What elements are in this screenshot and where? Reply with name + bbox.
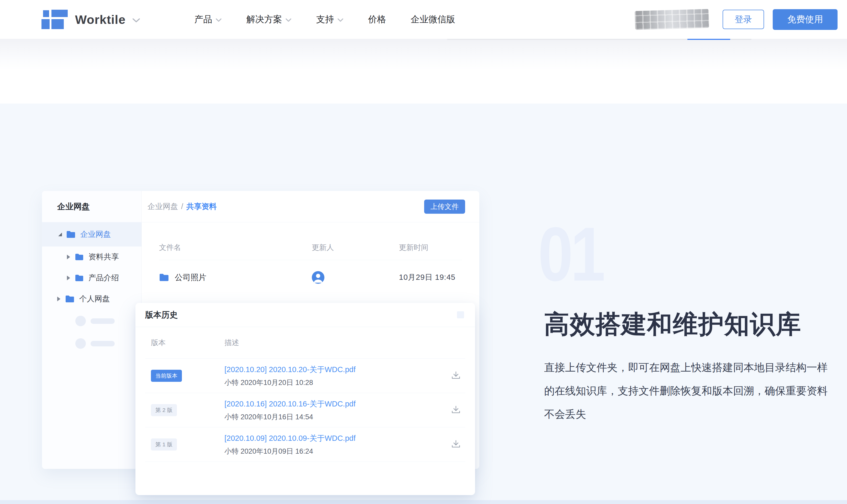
skeleton-row <box>75 338 141 349</box>
nav-item-products[interactable]: 产品 <box>194 13 222 25</box>
feature-title: 高效搭建和维护知识库 <box>544 308 801 342</box>
column-header-updated-time: 更新时间 <box>399 242 462 253</box>
column-header-description: 描述 <box>224 338 239 348</box>
login-button[interactable]: 登录 <box>723 10 764 29</box>
feature-section: 01 高效搭建和维护知识库 直接上传文件夹，即可在网盘上快速搭建同本地目录结构一… <box>0 104 847 504</box>
drive-sidebar-title: 企业网盘 <box>42 191 141 222</box>
worktile-logo[interactable]: Worktile <box>41 10 140 29</box>
caret-expanded-icon <box>58 233 62 236</box>
signup-button[interactable]: 免费使用 <box>773 9 837 30</box>
file-table-header: 文件名 更新人 更新时间 <box>159 235 462 260</box>
logo-text: Worktile <box>75 12 126 27</box>
tree-item-shared-docs[interactable]: 资料共享 <box>42 247 141 268</box>
logo-chevron-down-icon <box>132 18 140 23</box>
version-file-link[interactable]: [2020.10.16] 2020.10.16-关于WDC.pdf <box>224 399 450 409</box>
feature-index-watermark: 01 <box>538 216 603 292</box>
drive-sidebar: 企业网盘 企业网盘 资料共享 <box>42 191 142 469</box>
file-table: 文件名 更新人 更新时间 公司照片 <box>142 222 479 295</box>
download-button[interactable] <box>450 370 462 382</box>
feature-description: 直接上传文件夹，即可在网盘上快速搭建同本地目录结构一样的在线知识库，支持文件删除… <box>544 356 835 426</box>
breadcrumb: 企业网盘 / 共享资料 <box>148 201 217 212</box>
version-meta: 小特 2020年10月16日 14:54 <box>224 412 450 422</box>
chevron-down-icon <box>337 18 344 22</box>
section-bottom-strip <box>0 500 847 504</box>
updater-avatar <box>312 271 324 284</box>
tree-item-label: 产品介绍 <box>88 273 119 283</box>
version-row: 当前版本 [2020.10.20] 2020.10.20-关于WDC.pdf 小… <box>135 359 475 393</box>
nav-item-label: 支持 <box>316 13 334 25</box>
version-badge: 第 1 版 <box>151 438 177 450</box>
nav-links: 产品 解决方案 支持 价格 企业微信版 <box>194 13 455 25</box>
download-button[interactable] <box>450 438 462 450</box>
caret-right-icon <box>57 296 60 301</box>
file-name: 公司照片 <box>175 272 206 283</box>
nav-item-support[interactable]: 支持 <box>316 13 344 25</box>
folder-icon <box>66 231 75 238</box>
download-button[interactable] <box>450 404 462 416</box>
tree-item-personal-drive[interactable]: 个人网盘 <box>42 288 141 309</box>
column-header-version: 版本 <box>151 338 224 348</box>
chevron-down-icon <box>215 18 222 22</box>
tree-item-label: 企业网盘 <box>80 229 111 240</box>
nav-item-label: 产品 <box>194 13 212 25</box>
version-badge-current: 当前版本 <box>151 370 182 382</box>
skeleton-row <box>75 316 141 326</box>
skeleton-avatar <box>75 338 86 349</box>
drive-main-header: 企业网盘 / 共享资料 上传文件 <box>142 191 479 222</box>
version-meta: 小特 2020年10月20日 10:28 <box>224 378 450 387</box>
caret-right-icon <box>67 255 70 259</box>
chevron-down-icon <box>285 18 292 22</box>
top-nav-bar: Worktile 产品 解决方案 支持 价格 企业微信版 <box>0 0 847 39</box>
breadcrumb-root[interactable]: 企业网盘 <box>148 201 178 212</box>
skeleton-line <box>90 318 115 324</box>
file-row[interactable]: 公司照片 10月29日 19:45 <box>159 260 462 295</box>
version-row: 第 2 版 [2020.10.16] 2020.10.16-关于WDC.pdf … <box>135 393 475 427</box>
version-file-link[interactable]: [2020.10.20] 2020.10.20-关于WDC.pdf <box>224 364 450 375</box>
page: Worktile 产品 解决方案 支持 价格 企业微信版 <box>0 0 847 504</box>
version-meta: 小特 2020年10月09日 16:24 <box>224 447 450 456</box>
nav-item-wecom-edition[interactable]: 企业微信版 <box>411 13 455 25</box>
upload-file-button[interactable]: 上传文件 <box>424 200 465 214</box>
divider <box>145 462 465 462</box>
folder-icon <box>65 295 74 303</box>
folder-icon <box>75 274 84 282</box>
nav-item-label: 价格 <box>368 13 386 25</box>
column-header-filename: 文件名 <box>159 242 312 253</box>
version-file-link[interactable]: [2020.10.09] 2020.10.09-关于WDC.pdf <box>224 433 450 444</box>
version-badge: 第 2 版 <box>151 404 177 416</box>
version-modal-header: 版本历史 <box>135 303 475 327</box>
close-button[interactable] <box>457 311 464 318</box>
skeleton-avatar <box>75 316 86 326</box>
nav-right: 登录 免费使用 <box>635 9 837 30</box>
folder-icon <box>75 253 84 260</box>
caret-right-icon <box>67 275 70 280</box>
nav-item-label: 企业微信版 <box>411 13 455 25</box>
file-updated-time: 10月29日 19:45 <box>399 273 455 281</box>
version-history-modal: 版本历史 版本 描述 当前版本 [2020.10.20] 2020.10.20-… <box>135 303 475 495</box>
version-modal-title: 版本历史 <box>145 309 178 321</box>
column-header-updater: 更新人 <box>312 242 399 253</box>
breadcrumb-separator: / <box>181 202 183 211</box>
phone-number-redacted <box>635 9 709 30</box>
version-table-header: 版本 描述 <box>135 327 475 358</box>
tree-item-label: 个人网盘 <box>79 294 110 304</box>
nav-item-pricing[interactable]: 价格 <box>368 13 386 25</box>
tree-item-label: 资料共享 <box>88 252 119 262</box>
worktile-logo-icon <box>41 10 68 29</box>
nav-item-label: 解决方案 <box>246 13 282 25</box>
breadcrumb-current: 共享资料 <box>186 201 217 212</box>
skeleton-line <box>90 341 115 346</box>
hero-bottom-fade <box>0 39 847 70</box>
folder-icon <box>159 273 169 282</box>
tree-item-enterprise-drive[interactable]: 企业网盘 <box>42 222 141 247</box>
tree-item-product-intro[interactable]: 产品介绍 <box>42 268 141 288</box>
version-row: 第 1 版 [2020.10.09] 2020.10.09-关于WDC.pdf … <box>135 428 475 462</box>
nav-item-solutions[interactable]: 解决方案 <box>246 13 292 25</box>
